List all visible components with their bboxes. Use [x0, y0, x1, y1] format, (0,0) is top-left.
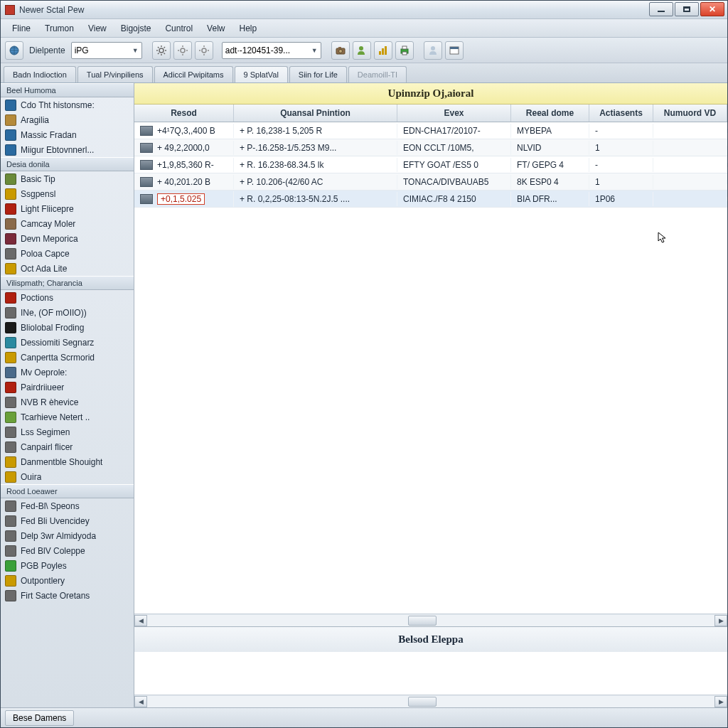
- sidebar-item[interactable]: Oct Ada Lite: [1, 261, 134, 276]
- row-icon: [140, 160, 153, 170]
- col-resod[interactable]: Resod: [134, 105, 234, 122]
- camera-icon[interactable]: [331, 41, 350, 60]
- grid-body[interactable]: +4¹7Q,3,,400 B+ P. 16,238-1 5,205 REDN-C…: [134, 122, 727, 614]
- sidebar-item-label: Fed BlV Coleppe: [21, 546, 85, 556]
- cell: +4¹7Q,3,,400 B: [134, 124, 234, 138]
- user-icon[interactable]: [424, 41, 442, 60]
- sidebar-item[interactable]: Ssgpensl: [1, 186, 134, 201]
- scroll-track[interactable]: [147, 696, 714, 707]
- sidebar-group-header[interactable]: Beel Humoma: [1, 83, 134, 97]
- col-actiasents[interactable]: Actiasents: [589, 105, 653, 122]
- menu-fline[interactable]: Fline: [5, 21, 38, 36]
- sidebar-item[interactable]: Bliolobal Froding: [1, 320, 134, 335]
- status-button[interactable]: Bese Damens: [5, 710, 74, 726]
- sidebar-item[interactable]: NVB R èhevice: [1, 395, 134, 410]
- id-combo[interactable]: adt·-120451-39...▼: [222, 42, 321, 59]
- globe-icon[interactable]: [5, 41, 23, 60]
- sidebar-item-icon: [5, 471, 16, 483]
- menu-help[interactable]: Help: [232, 21, 264, 36]
- cell: [653, 197, 727, 201]
- sidebar-item[interactable]: Danmentble Shouight: [1, 454, 134, 469]
- svg-line-7: [164, 53, 165, 54]
- menu-trumon[interactable]: Trumon: [38, 21, 81, 36]
- gear-icon[interactable]: [152, 41, 171, 60]
- col-quansal[interactable]: Quansal Pnintion: [234, 105, 397, 122]
- user-add-icon[interactable]: [353, 41, 371, 60]
- sidebar-item[interactable]: Poloa Capce: [1, 246, 134, 261]
- sidebar-item[interactable]: Light Fliicepre: [1, 201, 134, 216]
- table-row[interactable]: +4¹7Q,3,,400 B+ P. 16,238-1 5,205 REDN-C…: [134, 122, 727, 139]
- svg-line-6: [158, 47, 159, 48]
- sidebar-item[interactable]: Canpertta Scrmorid: [1, 350, 134, 365]
- sidebar-item[interactable]: Cdo Tht histonsme:: [1, 97, 134, 112]
- col-numuord[interactable]: Numuord VD: [653, 105, 727, 122]
- sidebar-item[interactable]: Aragilia: [1, 112, 134, 127]
- gear2-icon[interactable]: [173, 41, 192, 60]
- scroll-right-icon[interactable]: ▶: [714, 615, 727, 626]
- scroll-right-icon[interactable]: ▶: [714, 696, 727, 707]
- scroll-left-icon[interactable]: ◀: [134, 696, 147, 707]
- sidebar-scroll[interactable]: Beel HumomaCdo Tht histonsme:AragiliaMas…: [1, 83, 134, 707]
- print-icon[interactable]: [395, 41, 414, 60]
- sidebar-item-icon: [5, 397, 16, 408]
- svg-rect-22: [338, 47, 341, 48]
- sidebar-group-header[interactable]: Desia donila: [1, 157, 134, 171]
- menu-cuntrol[interactable]: Cuntrol: [158, 21, 200, 36]
- sidebar-item[interactable]: Basic Tip: [1, 171, 134, 186]
- sidebar-group-header[interactable]: Vilispmath; Charancia: [1, 276, 134, 290]
- menu-bigojste[interactable]: Bigojste: [114, 21, 159, 36]
- tab-0[interactable]: Badn Indioction: [4, 66, 76, 82]
- sidebar-item[interactable]: Tcarhieve Netert ..: [1, 410, 134, 424]
- menu-velw[interactable]: Velw: [200, 21, 232, 36]
- chart-icon[interactable]: [374, 41, 392, 60]
- detail-hscrollbar[interactable]: ◀ ▶: [134, 695, 727, 707]
- grid-hscrollbar[interactable]: ◀ ▶: [134, 614, 727, 626]
- menu-view[interactable]: View: [81, 21, 114, 36]
- sidebar-item[interactable]: PGB Poyles: [1, 558, 134, 573]
- sidebar-item[interactable]: Firt Sacte Oretans: [1, 588, 134, 603]
- tab-3[interactable]: 9 SplatVal: [235, 66, 288, 82]
- scroll-thumb[interactable]: [408, 697, 437, 707]
- table-row[interactable]: + 49,2,2000,0+ P-.16.258-1/5.253 M9...EO…: [134, 139, 727, 156]
- tab-2[interactable]: Adiccil Pwipitams: [154, 66, 233, 82]
- app-icon: [5, 5, 15, 15]
- sidebar-item[interactable]: Canpairl flicer: [1, 439, 134, 454]
- tab-1[interactable]: Tual P/vinpiliens: [77, 66, 153, 82]
- sidebar-item[interactable]: Mv Oeprole:: [1, 365, 134, 380]
- scroll-left-icon[interactable]: ◀: [134, 615, 147, 626]
- sidebar-item[interactable]: Devn Meporica: [1, 231, 134, 246]
- scroll-thumb[interactable]: [408, 616, 437, 626]
- sidebar-item[interactable]: Fed Bli Uvencidey: [1, 513, 134, 528]
- tab-4[interactable]: Siin for Life: [289, 66, 347, 82]
- sidebar-item[interactable]: INe, (OF mOIIO)): [1, 305, 134, 320]
- col-evex[interactable]: Evex: [397, 105, 511, 122]
- sidebar-item[interactable]: Fed BlV Coleppe: [1, 543, 134, 558]
- scroll-track[interactable]: [147, 615, 714, 626]
- window-icon[interactable]: [445, 41, 464, 60]
- cell: CIMIAC./F8 4 2150: [397, 192, 511, 206]
- table-row[interactable]: + 40,201.20 B+ P. 10.206-(42/60 ACTONACA…: [134, 173, 727, 191]
- table-row[interactable]: +0,1,5.025+ R. 0,2,25-08:13-5N.2J.5 ....…: [134, 191, 727, 208]
- sidebar-item[interactable]: Camcay Moler: [1, 216, 134, 231]
- sidebar-item[interactable]: Lss Segimen: [1, 424, 134, 439]
- sidebar-item[interactable]: Fed-Bl\ Speons: [1, 498, 134, 513]
- maximize-button[interactable]: [675, 2, 699, 16]
- sidebar-item[interactable]: Outpontlery: [1, 573, 134, 588]
- sidebar-item[interactable]: Dessiomiti Segnarz: [1, 335, 134, 350]
- sidebar-item[interactable]: Ouira: [1, 469, 134, 484]
- gear3-icon[interactable]: [195, 41, 213, 60]
- cell: +1,9,85,360 R-: [134, 158, 234, 172]
- table-row[interactable]: +1,9,85,360 R-+ R. 16.238-68.34.5 lkEFTY…: [134, 156, 727, 173]
- sidebar-item[interactable]: Poctions: [1, 290, 134, 305]
- diepente-combo[interactable]: iPG▼: [71, 42, 142, 59]
- sidebar-item-label: Cdo Tht histonsme:: [21, 100, 95, 110]
- sidebar-item[interactable]: Miigur Ebtovnnerl...: [1, 142, 134, 157]
- col-reeal[interactable]: Reeal dome: [511, 105, 589, 122]
- sidebar-item[interactable]: Delp 3wr Almidyoda: [1, 528, 134, 543]
- sidebar-item[interactable]: Massic Fradan: [1, 127, 134, 142]
- sidebar-item[interactable]: Pairdriiueer: [1, 380, 134, 395]
- sidebar-group-header[interactable]: Rood Loeawer: [1, 484, 134, 498]
- close-button[interactable]: ✕: [700, 2, 724, 16]
- detail-body: [134, 652, 727, 695]
- minimize-button[interactable]: [649, 2, 673, 16]
